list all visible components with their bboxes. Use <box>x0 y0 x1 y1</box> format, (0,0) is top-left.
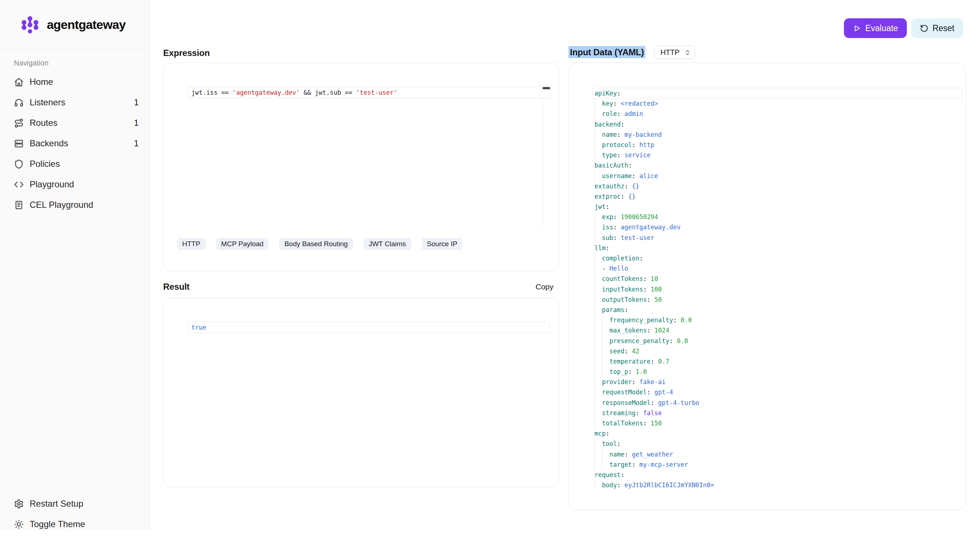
yaml-line: exp: 1900650294 <box>595 212 959 222</box>
yaml-key: jwt <box>595 203 606 210</box>
sidebar-nav: HomeListeners1Routes1Backends1PoliciesPl… <box>0 72 150 215</box>
yaml-colon: : <box>621 471 624 478</box>
indent-guide <box>602 346 602 356</box>
expression-input[interactable]: jwt.iss == 'agentgateway.dev' && jwt.sub… <box>188 87 550 99</box>
sidebar-item-backends[interactable]: Backends1 <box>0 133 150 154</box>
sidebar-item-label: Home <box>30 77 53 87</box>
result-header: Result Copy <box>163 282 559 292</box>
yaml-colon: : <box>651 358 654 365</box>
evaluate-button-label: Evaluate <box>865 24 898 33</box>
yaml-colon: : <box>617 481 620 489</box>
yaml-colon: : <box>624 451 628 458</box>
yaml-key: llm <box>595 245 606 252</box>
yaml-value: {} <box>628 183 640 190</box>
sidebar-item-playground[interactable]: Playground <box>0 174 150 195</box>
tag-source-ip[interactable]: Source IP <box>422 238 462 250</box>
yaml-line: tool: <box>595 438 959 449</box>
yaml-content[interactable]: apiKey:key: <redacted>role: adminbackend… <box>595 88 959 490</box>
indent-guide <box>602 356 602 367</box>
yaml-colon: : <box>670 337 673 345</box>
tag-body-based-routing[interactable]: Body Based Routing <box>279 238 353 250</box>
tag-http[interactable]: HTTP <box>177 238 205 250</box>
app: agentgateway Navigation HomeListeners1Ro… <box>0 0 980 537</box>
tag-mcp-payload[interactable]: MCP Payload <box>216 238 269 250</box>
nav-section-label: Navigation <box>14 59 49 67</box>
yaml-colon: : <box>613 234 617 241</box>
scrollbar-thumb[interactable] <box>542 87 550 89</box>
yaml-key: mcp <box>595 430 606 437</box>
yaml-key: frequency_penalty <box>609 316 673 324</box>
yaml-line: seed: 42 <box>595 346 959 356</box>
sidebar-item-toggle-theme[interactable]: Toggle Theme <box>0 514 150 534</box>
yaml-line: inputTokens: 100 <box>595 284 959 294</box>
yaml-colon: : <box>647 327 651 334</box>
yaml-colon: : <box>613 224 617 231</box>
headphones-icon <box>14 98 24 108</box>
yaml-value: alice <box>636 172 658 180</box>
result-title: Result <box>163 282 189 292</box>
gear-icon <box>14 499 24 509</box>
expression-editor[interactable]: jwt.iss == 'agentgateway.dev' && jwt.sub… <box>163 62 559 271</box>
result-panel: true <box>163 298 559 487</box>
yaml-key: presence_penalty <box>609 337 670 345</box>
brand[interactable]: agentgateway <box>0 0 150 49</box>
sidebar-item-home[interactable]: Home <box>0 72 150 92</box>
yaml-colon: : <box>617 110 620 118</box>
yaml-line: body: eyJtb2RlbCI6ICJmYXN0In0= <box>595 480 959 490</box>
yaml-key: completion <box>602 254 639 262</box>
tag-jwt-claims[interactable]: JWT Claims <box>364 238 411 250</box>
yaml-colon: : <box>624 306 628 313</box>
yaml-colon: : <box>617 131 620 138</box>
yaml-key: extproc <box>595 193 621 200</box>
yaml-colon: : <box>643 275 647 283</box>
yaml-value: my-mcp-server <box>636 461 688 468</box>
yaml-value: 150 <box>647 419 662 427</box>
yaml-line: completion: <box>595 253 959 264</box>
yaml-value: 50 <box>651 296 662 303</box>
yaml-colon: : <box>632 461 635 468</box>
sidebar-item-label: CEL Playground <box>30 200 93 210</box>
yaml-key: name <box>609 451 624 458</box>
yaml-value: Hello <box>609 265 628 272</box>
indent-guide <box>602 459 602 470</box>
yaml-key: request <box>595 471 621 478</box>
yaml-value: fake-ai <box>636 378 666 386</box>
sidebar-item-listeners[interactable]: Listeners1 <box>0 92 150 113</box>
sidebar-footer: Restart SetupToggle Theme <box>0 494 150 534</box>
reset-button[interactable]: Reset <box>911 18 963 38</box>
yaml-value: 0.0 <box>677 316 692 324</box>
yaml-colon: : <box>624 348 628 355</box>
yaml-line: presence_penalty: 0.0 <box>595 336 959 346</box>
yaml-editor[interactable]: apiKey:key: <redacted>role: adminbackend… <box>568 62 966 510</box>
yaml-line: extauthz: {} <box>595 181 959 191</box>
yaml-key: role <box>602 110 617 118</box>
yaml-colon: : <box>617 151 620 159</box>
sidebar-item-routes[interactable]: Routes1 <box>0 113 150 133</box>
yaml-line: provider: fake-ai <box>595 377 959 387</box>
input-type-select[interactable]: HTTP <box>654 46 695 59</box>
yaml-value: false <box>640 409 662 417</box>
input-data-title: Input Data (YAML) <box>568 47 645 57</box>
yaml-key: seed <box>609 348 624 355</box>
copy-button[interactable]: Copy <box>536 283 559 291</box>
yaml-line: jwt: <box>595 202 959 212</box>
sidebar-item-restart-setup[interactable]: Restart Setup <box>0 494 150 514</box>
yaml-colon: : <box>613 100 617 107</box>
sun-icon <box>14 520 24 529</box>
yaml-colon: : <box>647 296 651 303</box>
yaml-key: target <box>609 461 632 468</box>
reset-button-label: Reset <box>932 24 955 33</box>
yaml-key: streaming <box>602 409 635 417</box>
evaluate-button[interactable]: Evaluate <box>844 18 907 38</box>
yaml-line: top_p: 1.0 <box>595 367 959 377</box>
sidebar-item-badge: 1 <box>134 98 138 108</box>
yaml-value: agentgateway.dev <box>617 224 680 231</box>
yaml-colon: : <box>606 430 609 437</box>
sidebar-item-policies[interactable]: Policies <box>0 154 150 174</box>
yaml-line: extproc: {} <box>595 191 959 202</box>
indent-guide <box>602 336 602 346</box>
sidebar-item-cel-playground[interactable]: CEL Playground <box>0 195 150 215</box>
sidebar-item-label: Restart Setup <box>30 499 83 509</box>
yaml-colon: : <box>624 183 628 190</box>
sidebar-item-label: Backends <box>30 138 68 149</box>
